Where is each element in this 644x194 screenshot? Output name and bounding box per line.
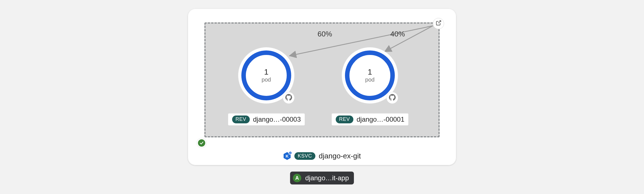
source-icon-button[interactable] <box>386 92 398 104</box>
revision-label-a[interactable]: REV django…-00003 <box>228 113 305 126</box>
application-group-label[interactable]: A django…it-app <box>290 172 354 184</box>
pod-ring: 1 pod <box>241 50 291 100</box>
revision-name: django…-00001 <box>357 116 405 123</box>
status-ok-icon <box>197 138 206 148</box>
github-icon <box>389 94 396 102</box>
pod-ring-revision-b[interactable]: 1 pod <box>343 49 396 102</box>
application-icon: A <box>293 174 301 182</box>
github-icon <box>285 94 292 102</box>
pod-count: 1 <box>368 68 372 76</box>
knative-service-box[interactable]: 60% 40% 1 pod <box>204 22 440 137</box>
traffic-percent-right: 40% <box>390 30 405 38</box>
open-url-button[interactable] <box>433 18 444 29</box>
revision-label-b[interactable]: REV django…-00001 <box>332 113 409 126</box>
pod-ring-revision-a[interactable]: 1 pod <box>240 49 293 102</box>
pod-ring: 1 pod <box>345 50 395 100</box>
ksvc-badge: KSVC <box>294 152 315 160</box>
pod-label: pod <box>365 77 374 83</box>
service-name: django-ex-git <box>319 152 361 160</box>
topology-group-card: 60% 40% 1 pod <box>188 8 456 165</box>
rev-badge: REV <box>232 116 250 123</box>
knative-icon: K n <box>283 152 291 160</box>
source-icon-button[interactable] <box>283 92 295 104</box>
external-link-icon <box>436 20 441 27</box>
pod-count: 1 <box>264 68 269 76</box>
pod-label: pod <box>262 77 271 83</box>
application-name: django…it-app <box>305 174 349 182</box>
knative-service-label[interactable]: K n KSVC django-ex-git <box>283 152 361 160</box>
revision-name: django…-00003 <box>253 116 301 123</box>
traffic-percent-left: 60% <box>318 30 332 38</box>
rev-badge: REV <box>336 116 353 123</box>
